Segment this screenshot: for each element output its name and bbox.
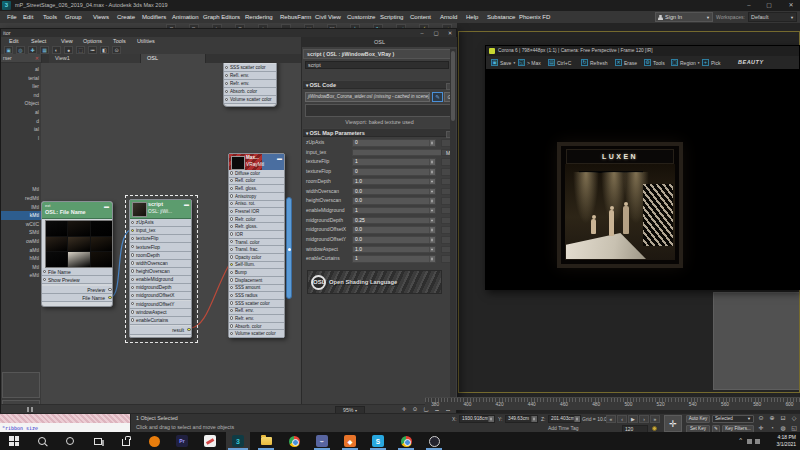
new-material-icon[interactable]: ▣: [4, 46, 13, 54]
substance-icon[interactable]: ◆: [338, 432, 362, 450]
browser-item-30[interactable]: [1, 323, 41, 332]
transl-frac-socket[interactable]: Transl. frac.: [229, 246, 284, 254]
browser-item-27[interactable]: [1, 297, 41, 306]
browser-item-kmtl[interactable]: kMtl: [1, 211, 41, 220]
refr-color-socket[interactable]: Refr. color: [229, 216, 284, 224]
go-to-start-button[interactable]: «: [606, 415, 616, 423]
spinner-icon[interactable]: [429, 237, 435, 243]
browser-item-31[interactable]: [1, 332, 41, 341]
socket-dot[interactable]: [230, 255, 233, 258]
obs-icon[interactable]: [422, 432, 446, 450]
browser-item-13[interactable]: [1, 177, 41, 186]
vfb-ctrl-c-button[interactable]: ▤Ctrl+C: [546, 58, 573, 68]
socket-dot[interactable]: [230, 240, 233, 243]
menu-animation[interactable]: Animation: [172, 11, 199, 23]
param-value-field[interactable]: 1: [352, 207, 436, 215]
menu-graph-editors[interactable]: Graph Editors: [203, 11, 240, 23]
key-filter-dropdown[interactable]: Selected▼: [712, 415, 754, 423]
socket-dot[interactable]: [225, 82, 228, 85]
diffuse-color-socket[interactable]: Diffuse color: [229, 170, 284, 178]
editor-menu-tools[interactable]: Tools: [113, 37, 126, 45]
socket-dot[interactable]: [230, 332, 233, 335]
browser-item-25[interactable]: [1, 280, 41, 289]
field-of-view-icon[interactable]: ◇: [789, 414, 799, 423]
socket-dot[interactable]: [230, 316, 233, 319]
param-value-field[interactable]: 0: [352, 139, 436, 147]
spinner-icon[interactable]: [429, 218, 435, 224]
socket-dot[interactable]: [131, 237, 134, 240]
node-view[interactable]: SSS scatter colorRefl. env.Refr. env.Abs…: [41, 63, 301, 404]
chrome-2-icon[interactable]: [394, 432, 418, 450]
heightoverscan-socket[interactable]: heightOverscan: [130, 268, 191, 276]
spinner-icon[interactable]: [429, 159, 435, 165]
rollout-osl-map-parameters[interactable]: ▾ OSL Map Parameters: [303, 128, 456, 137]
skype-icon[interactable]: S: [366, 432, 390, 450]
menu-rebusfarm[interactable]: RebusFarm: [280, 11, 311, 23]
node-partial-material[interactable]: SSS scatter colorRefl. env.Refr. env.Abs…: [223, 63, 277, 107]
collapse-icon[interactable]: ▬: [184, 201, 189, 207]
absorb-color-socket[interactable]: Absorb. color: [224, 88, 276, 96]
menu-civil-view[interactable]: Civil View: [315, 11, 341, 23]
socket-dot[interactable]: [230, 194, 233, 197]
menu-phoenix-fd[interactable]: Phoenix FD: [519, 11, 550, 23]
vfb-region-button[interactable]: ▢Region▾: [669, 58, 702, 68]
socket-dot[interactable]: [131, 318, 134, 321]
pause-icon[interactable]: [27, 407, 33, 412]
editor-maximize-button[interactable]: ▢: [430, 29, 442, 37]
spinner-icon[interactable]: [429, 169, 435, 175]
menu-modifiers[interactable]: Modifiers: [142, 11, 166, 23]
set-keys-button[interactable]: ✛: [664, 415, 682, 433]
node-osl-file-name[interactable]: ext OSL: File Name ▬ File NameShow Previ…: [41, 201, 113, 307]
set-key-indicator-icon[interactable]: [652, 426, 657, 431]
menu-tools[interactable]: Tools: [43, 11, 57, 23]
osl-file-button[interactable]: jiWindowBox_Corona_wider.osl (missing - …: [305, 92, 430, 102]
roomdepth-socket[interactable]: roomDepth: [130, 252, 191, 260]
refl-gloss-socket[interactable]: Refl. gloss.: [229, 185, 284, 193]
textureflop-socket[interactable]: textureFlop: [130, 243, 191, 251]
socket-dot[interactable]: [43, 278, 46, 281]
render-pass-label[interactable]: BEAUTY: [738, 59, 764, 65]
refl-env-socket[interactable]: Refl. env.: [229, 308, 284, 316]
self-illum-socket[interactable]: Self-Illum.: [229, 262, 284, 270]
transl-color-socket[interactable]: Transl. color: [229, 239, 284, 247]
socket-dot[interactable]: [230, 232, 233, 235]
browser-item-9[interactable]: [1, 142, 41, 151]
param-value-field[interactable]: 1.0: [352, 246, 436, 254]
menu-content[interactable]: Content: [410, 11, 431, 23]
node-preview-thumbnail[interactable]: [45, 220, 113, 268]
input-tex-socket[interactable]: input_tex: [130, 227, 191, 235]
spinner-icon[interactable]: [429, 179, 435, 185]
collapse-icon[interactable]: ▬: [104, 203, 109, 209]
fresnel-ior-socket[interactable]: Fresnel IOR: [229, 208, 284, 216]
opacity-color-socket[interactable]: Opacity color: [229, 254, 284, 262]
start-button[interactable]: [2, 432, 26, 450]
go-to-end-button[interactable]: »: [650, 415, 660, 423]
editor-menu-edit[interactable]: Edit: [9, 37, 18, 45]
menu-file[interactable]: File: [7, 11, 17, 23]
play-button[interactable]: ▶: [628, 415, 638, 423]
socket-dot[interactable]: [225, 90, 228, 93]
node-scroll-pill[interactable]: [286, 197, 292, 299]
socket-dot[interactable]: [131, 294, 134, 297]
browser-item-mtl[interactable]: Mtl: [1, 263, 41, 272]
sss-amount-socket[interactable]: SSS amount: [229, 285, 284, 293]
param-value-field[interactable]: 1: [352, 255, 436, 263]
menu-arnold[interactable]: Arnold: [440, 11, 457, 23]
browser-item-amtl[interactable]: aMtl: [1, 246, 41, 255]
tab-osl[interactable]: OSL: [141, 54, 206, 63]
vfb-erase-button[interactable]: ✕Erase: [613, 58, 639, 68]
material-name-field[interactable]: script: [305, 61, 449, 69]
3dsmax-icon[interactable]: 3: [226, 432, 250, 450]
pick-material-icon[interactable]: ◎: [16, 46, 25, 54]
enablemidground-socket[interactable]: enableMidground: [130, 276, 191, 284]
socket-dot[interactable]: [108, 288, 111, 291]
menu-substance[interactable]: Substance: [487, 11, 515, 23]
sss-scatter-color-socket[interactable]: SSS scatter color: [229, 300, 284, 308]
param-value-field[interactable]: 0.0: [352, 236, 436, 244]
param-value-field[interactable]: 0.0: [352, 226, 436, 234]
param-value-field[interactable]: 0.0: [352, 188, 436, 196]
vfb-tools-button[interactable]: ⚙Tools: [642, 58, 667, 68]
tray-icon[interactable]: [755, 439, 760, 444]
refl-color-socket[interactable]: Refl. color: [229, 178, 284, 186]
spinner-icon[interactable]: [429, 208, 435, 214]
